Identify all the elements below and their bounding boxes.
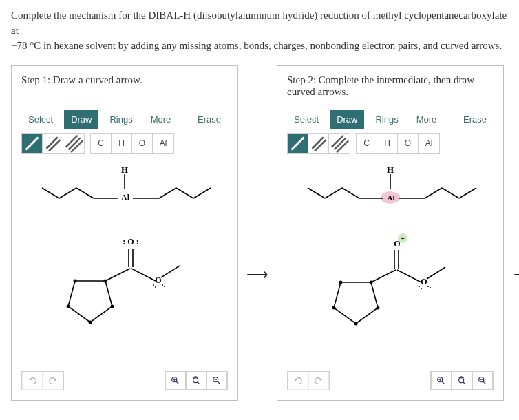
zoom-out-button[interactable] [472,372,493,390]
svg-line-58 [371,270,396,282]
step2-canvas[interactable]: H Al O + O [287,160,494,367]
svg-line-13 [176,188,193,198]
undo-button[interactable] [288,372,308,390]
atom-al-button[interactable]: Al [419,134,439,153]
svg-point-68 [339,281,343,284]
zoom-reset-button[interactable] [186,372,206,390]
triple-bond-icon [63,133,84,154]
triple-bond-button[interactable] [329,134,350,153]
zoom-in-button[interactable] [165,372,186,390]
svg-line-53 [459,188,476,198]
prompt-line-2: −78 °C in hexane solvent by adding any m… [11,40,502,51]
atom-al-button[interactable]: Al [153,134,173,153]
step2-title: Step 2: Complete the intermediate, then … [287,74,494,102]
label-al: Al [121,193,130,202]
tab-draw[interactable]: Draw [64,110,98,129]
svg-line-37 [218,381,220,384]
redo-button[interactable] [43,372,63,390]
triple-bond-button[interactable] [63,134,84,153]
svg-point-34 [193,378,198,383]
zoom-in-icon [171,376,180,386]
single-bond-button[interactable] [22,134,43,153]
atom-c-button[interactable]: C [91,134,112,153]
zoom-out-button[interactable] [206,372,227,390]
step1-bottom-bar [21,371,228,390]
svg-point-73 [459,378,464,383]
svg-line-56 [397,270,421,282]
single-bond-icon [22,134,42,154]
prompt-line-1: Complete the mechanism for the DIBAL-H (… [11,10,507,36]
svg-point-24 [155,286,156,288]
label-ester-o: O [155,275,161,285]
svg-point-29 [74,280,77,283]
svg-line-12 [159,188,176,198]
atom-o-button[interactable]: O [398,134,419,153]
tab-erase[interactable]: Erase [191,110,228,129]
zoom-in-button[interactable] [431,372,452,390]
label-ester-o: O [421,277,427,286]
tab-more[interactable]: More [144,110,178,129]
tab-rings[interactable]: Rings [368,110,405,129]
svg-point-26 [111,305,114,308]
label-al: Al [388,193,395,202]
svg-line-57 [427,267,445,279]
step1-canvas[interactable]: H Al : O : O [21,160,228,367]
step2-toolbar: Select Draw Rings More Erase [287,110,494,129]
tab-draw[interactable]: Draw [330,110,364,129]
question-prompt: Complete the mechanism for the DIBAL-H (… [11,8,508,53]
single-bond-button[interactable] [288,134,308,153]
atom-h-button[interactable]: H [377,134,398,153]
zoom-reset-icon [457,376,467,386]
double-bond-icon [43,134,63,154]
step1-panel: Step 1: Draw a curved arrow. Select Draw… [11,65,238,401]
atom-h-button[interactable]: H [112,134,132,153]
reaction-arrow-2: ⟶ [513,266,519,284]
svg-point-27 [89,321,92,324]
zoom-reset-button[interactable] [452,372,472,390]
reaction-arrow-1: ⟶ [244,266,271,284]
tab-select[interactable]: Select [21,110,60,129]
svg-point-64 [370,281,373,284]
tab-more[interactable]: More [410,110,444,129]
zoom-reset-icon [191,376,201,386]
zoom-out-icon [478,376,487,386]
svg-line-45 [308,188,325,198]
svg-line-51 [425,188,442,198]
tab-erase[interactable]: Erase [456,110,494,129]
bond-buttons [21,133,85,154]
svg-point-66 [354,322,358,326]
step2-bottom-bar [287,371,494,390]
undo-redo-group [287,371,330,390]
svg-point-21 [162,284,163,286]
svg-point-65 [377,306,380,310]
undo-button[interactable] [22,372,43,390]
svg-line-46 [325,188,342,198]
zoom-out-icon [212,376,222,386]
svg-point-63 [421,288,422,289]
svg-line-31 [176,381,179,384]
svg-point-60 [427,286,429,287]
svg-point-28 [67,305,70,308]
step2-subtoolbar: C H O Al [287,133,494,154]
redo-icon [314,376,324,386]
label-h: H [387,165,394,175]
step1-subtoolbar: C H O Al [21,133,228,154]
tab-select[interactable]: Select [287,110,326,129]
svg-line-76 [483,381,486,384]
tab-rings[interactable]: Rings [103,110,139,129]
label-plus: + [401,235,405,242]
svg-line-74 [463,382,465,384]
svg-line-8 [76,188,94,198]
atom-o-button[interactable]: O [132,134,153,153]
double-bond-button[interactable] [43,134,63,153]
redo-button[interactable] [308,372,329,390]
svg-point-25 [104,280,107,283]
step2-panel: Step 2: Complete the intermediate, then … [277,65,504,401]
atom-c-button[interactable]: C [357,134,377,153]
double-bond-button[interactable] [308,134,329,153]
svg-line-35 [198,382,200,384]
svg-line-14 [193,188,211,198]
svg-line-0 [25,137,38,149]
svg-point-22 [164,286,165,287]
undo-icon [28,376,37,386]
